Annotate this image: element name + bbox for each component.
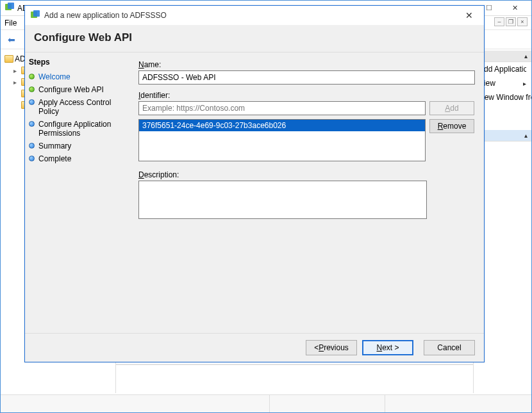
submenu-arrow-icon: ▸ (523, 80, 526, 87)
wizard-header: Configure Web API (25, 25, 484, 52)
step-pending-icon (29, 143, 35, 149)
action-label: New Window from Here (479, 93, 531, 102)
description-textarea[interactable] (138, 181, 427, 219)
description-label: Description: (138, 170, 475, 179)
step-label: Welcome (38, 72, 71, 81)
collapse-caret-icon[interactable]: ▴ (524, 132, 528, 139)
previous-button[interactable]: < Previous (306, 340, 357, 355)
steps-title: Steps (29, 58, 129, 67)
step-label: Configure Web API (38, 85, 104, 94)
mdi-minimize-button[interactable]: – (494, 17, 504, 26)
tree-expand-icon[interactable]: ▸ (13, 79, 20, 86)
step-access-control[interactable]: Apply Access Control Policy (29, 96, 129, 118)
nav-back-icon[interactable]: ⬅ (4, 33, 19, 47)
mdi-restore-button[interactable]: ❐ (506, 17, 516, 26)
adfs-app-icon (4, 2, 15, 14)
action-label: Add Application Group... (479, 65, 526, 74)
tree-expand-icon[interactable]: ▸ (13, 67, 20, 74)
step-label: Apply Access Control Policy (38, 98, 129, 116)
remove-identifier-button[interactable]: Remove (429, 119, 474, 133)
step-label: Summary (38, 142, 71, 150)
identifier-list[interactable]: 376f5651-24ce-4e69-9c03-27b3ace6b026 (138, 119, 426, 161)
folder-icon (4, 55, 13, 63)
wizard-app-icon (30, 10, 40, 22)
next-button[interactable]: Next > (362, 340, 413, 355)
step-done-icon (29, 74, 35, 79)
step-label: Complete (38, 154, 71, 163)
wizard-footer: < Previous Next > Cancel (25, 334, 484, 362)
wizard-heading: Configure Web API (34, 31, 475, 44)
identifier-input[interactable] (138, 101, 426, 115)
step-pending-icon (29, 99, 35, 105)
cancel-button[interactable]: Cancel (424, 340, 475, 355)
add-identifier-button: Add (429, 101, 474, 115)
wizard-close-button[interactable]: ✕ (460, 8, 479, 23)
name-input[interactable] (138, 70, 475, 85)
step-pending-icon (29, 121, 35, 127)
step-pending-icon (29, 156, 35, 161)
collapse-caret-icon[interactable]: ▴ (524, 53, 528, 60)
close-button[interactable]: ✕ (502, 1, 528, 15)
identifier-label: Identifier: (138, 91, 475, 100)
name-label: Name: (138, 60, 475, 69)
wizard-title-text: Add a new application to ADFSSSO (44, 11, 167, 20)
menu-file[interactable]: File (4, 19, 17, 28)
wizard-form: Name: Identifier: Add 376f5651-24ce-4e69… (133, 53, 484, 333)
status-bar (1, 394, 531, 412)
step-complete[interactable]: Complete (29, 152, 129, 165)
step-configure-web-api[interactable]: Configure Web API (29, 83, 129, 96)
mdi-window-buttons: – ❐ × (494, 17, 528, 26)
step-welcome[interactable]: Welcome (29, 70, 129, 83)
add-application-wizard: Add a new application to ADFSSSO ✕ Confi… (24, 5, 485, 362)
step-summary[interactable]: Summary (29, 140, 129, 152)
step-label: Configure ApplicationPermissions (38, 120, 111, 138)
identifier-list-item[interactable]: 376f5651-24ce-4e69-9c03-27b3ace6b026 (139, 120, 425, 131)
step-app-permissions[interactable]: Configure ApplicationPermissions (29, 118, 129, 140)
svg-rect-1 (8, 3, 14, 9)
wizard-titlebar: Add a new application to ADFSSSO ✕ (25, 6, 484, 25)
step-current-icon (29, 86, 35, 92)
svg-rect-3 (33, 10, 40, 17)
mdi-close-button[interactable]: × (517, 17, 528, 26)
wizard-steps-pane: Steps Welcome Configure Web API Apply Ac… (25, 53, 133, 333)
